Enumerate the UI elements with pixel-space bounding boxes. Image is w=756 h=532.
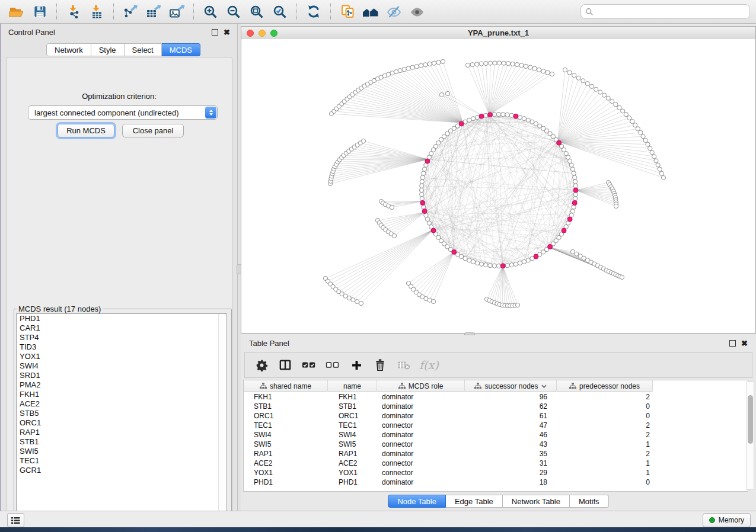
cell-MCDS-role[interactable]: dominator	[377, 392, 465, 402]
table-row[interactable]: ACE2ACE2connector311	[244, 459, 748, 468]
mcds-result-item[interactable]: CAR1	[17, 323, 227, 333]
mcds-result-item[interactable]: RAP1	[17, 428, 227, 437]
table-row[interactable]: RAP1RAP1dominator352	[244, 449, 748, 459]
cell-shared-name[interactable]: FKH1	[244, 392, 328, 402]
table-row[interactable]: SWI5SWI5connector431	[244, 440, 748, 449]
refresh-button[interactable]	[303, 2, 324, 21]
criterion-select[interactable]: largest connected component (undirected)	[28, 105, 218, 120]
tab-edge-table[interactable]: Edge Table	[446, 495, 503, 508]
column-header-successor-nodes[interactable]: successor nodes	[465, 380, 557, 392]
mcds-result-item[interactable]: SRD1	[17, 371, 227, 380]
cell-successor-nodes[interactable]: 43	[465, 440, 557, 449]
tab-network[interactable]: Network	[46, 43, 91, 56]
cell-MCDS-role[interactable]: connector	[377, 459, 465, 468]
tab-select[interactable]: Select	[125, 43, 162, 56]
cell-shared-name[interactable]: TEC1	[244, 421, 328, 430]
cell-name[interactable]: ACE2	[328, 459, 377, 468]
cell-MCDS-role[interactable]: dominator	[377, 430, 465, 440]
cell-shared-name[interactable]: ORC1	[244, 411, 328, 421]
table-row[interactable]: YOX1YOX1connector291	[244, 468, 748, 477]
cell-shared-name[interactable]: PHD1	[244, 477, 328, 487]
cell-name[interactable]: SWI4	[328, 430, 377, 440]
columns-button[interactable]	[276, 355, 295, 375]
network-canvas[interactable]	[241, 39, 755, 333]
cell-predecessor-nodes[interactable]: 2	[557, 449, 653, 459]
cell-MCDS-role[interactable]: dominator	[377, 402, 465, 411]
folder-open-button[interactable]	[6, 2, 27, 21]
column-header-predecessor-nodes[interactable]: predecessor nodes	[557, 380, 653, 392]
cell-shared-name[interactable]: YOX1	[244, 468, 328, 477]
eye-button[interactable]	[406, 2, 428, 21]
cell-MCDS-role[interactable]: connector	[377, 440, 465, 449]
mcds-result-item[interactable]: GCR1	[17, 466, 227, 475]
mcds-result-item[interactable]: STB5	[17, 409, 227, 418]
tab-motifs[interactable]: Motifs	[570, 495, 609, 508]
trash-button[interactable]	[371, 355, 390, 375]
cell-name[interactable]: PHD1	[328, 477, 377, 487]
table-row[interactable]: ORC1ORC1dominator610	[244, 411, 748, 421]
add-button[interactable]	[347, 355, 366, 375]
cell-shared-name[interactable]: SWI4	[244, 430, 328, 440]
export-image-button[interactable]	[166, 2, 187, 21]
network-window-titlebar[interactable]: YPA_prune.txt_1	[241, 27, 755, 40]
search-input[interactable]	[596, 7, 745, 17]
mcds-result-item[interactable]: ACE2	[17, 399, 227, 409]
column-header-name[interactable]: name	[328, 380, 377, 392]
table-scrollbar[interactable]	[747, 382, 754, 490]
save-button[interactable]	[29, 2, 50, 21]
cell-successor-nodes[interactable]: 29	[465, 468, 557, 477]
tab-mcds[interactable]: MCDS	[162, 43, 200, 56]
cell-predecessor-nodes[interactable]: 0	[557, 411, 653, 421]
cell-name[interactable]: SWI5	[328, 440, 377, 449]
column-header-MCDS-role[interactable]: MCDS role	[377, 380, 465, 392]
import-table-button[interactable]	[86, 2, 107, 21]
mcds-result-item[interactable]: ORC1	[17, 418, 227, 428]
cell-predecessor-nodes[interactable]: 1	[557, 459, 653, 468]
houses-button[interactable]	[360, 2, 381, 21]
cell-MCDS-role[interactable]: connector	[377, 421, 465, 430]
cell-name[interactable]: RAP1	[328, 449, 377, 459]
cell-name[interactable]: ORC1	[328, 411, 377, 421]
cell-shared-name[interactable]: SWI5	[244, 440, 328, 449]
mcds-result-item[interactable]: SWI5	[17, 447, 227, 456]
cell-successor-nodes[interactable]: 61	[465, 411, 557, 421]
cell-predecessor-nodes[interactable]: 1	[557, 440, 653, 449]
cell-predecessor-nodes[interactable]: 2	[557, 421, 653, 430]
float-table-panel-icon[interactable]	[729, 340, 736, 347]
column-header-shared-name[interactable]: shared name	[244, 380, 328, 392]
select-all-button[interactable]	[299, 355, 318, 375]
mcds-result-item[interactable]: YOX1	[17, 352, 227, 361]
mcds-result-item[interactable]: SWI4	[17, 361, 227, 371]
mcds-result-item[interactable]: PHD1	[17, 314, 227, 323]
table-row[interactable]: TEC1TEC1connector472	[244, 421, 748, 430]
tab-network-table[interactable]: Network Table	[503, 495, 570, 508]
cell-successor-nodes[interactable]: 31	[465, 459, 557, 468]
cell-predecessor-nodes[interactable]: 1	[557, 468, 653, 477]
memory-button[interactable]: Memory	[703, 513, 751, 527]
cell-predecessor-nodes[interactable]: 0	[557, 402, 653, 411]
list-scrollbar[interactable]	[218, 314, 227, 523]
gear-button[interactable]	[252, 355, 271, 375]
cell-successor-nodes[interactable]: 47	[465, 421, 557, 430]
cell-MCDS-role[interactable]: connector	[377, 468, 465, 477]
show-panel-list-button[interactable]	[7, 513, 24, 527]
tab-node-table[interactable]: Node Table	[388, 495, 446, 508]
export-network-button[interactable]	[120, 2, 141, 21]
cell-name[interactable]: FKH1	[328, 392, 377, 402]
cell-MCDS-role[interactable]: dominator	[377, 477, 465, 487]
zoom-in-button[interactable]	[200, 2, 221, 21]
mcds-result-item[interactable]: PMA2	[17, 380, 227, 390]
deselect-all-button[interactable]	[323, 355, 342, 375]
eye-slash-button[interactable]	[383, 2, 404, 21]
mcds-result-item[interactable]: STB1	[17, 437, 227, 447]
cell-name[interactable]: YOX1	[328, 468, 377, 477]
cell-shared-name[interactable]: ACE2	[244, 459, 328, 468]
close-panel-button[interactable]: Close panel	[122, 124, 184, 137]
export-table-button[interactable]	[143, 2, 164, 21]
table-row[interactable]: PHD1PHD1dominator180	[244, 477, 748, 487]
mcds-result-item[interactable]: STP4	[17, 333, 227, 342]
table-row[interactable]: FKH1FKH1dominator962	[244, 392, 748, 402]
cell-MCDS-role[interactable]: dominator	[377, 449, 465, 459]
cell-predecessor-nodes[interactable]: 0	[557, 477, 653, 487]
tab-style[interactable]: Style	[91, 43, 125, 56]
